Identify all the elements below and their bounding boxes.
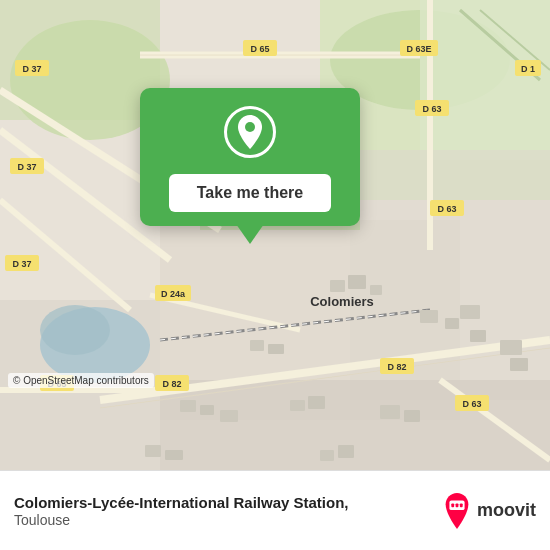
moovit-logo: moovit — [441, 493, 536, 529]
svg-rect-58 — [250, 340, 264, 351]
svg-text:D 82: D 82 — [162, 379, 181, 389]
svg-text:D 63: D 63 — [462, 399, 481, 409]
svg-rect-81 — [460, 503, 463, 507]
svg-rect-68 — [220, 410, 238, 422]
moovit-text: moovit — [477, 500, 536, 521]
svg-rect-5 — [420, 0, 550, 160]
station-name: Colomiers-Lycée-International Railway St… — [14, 493, 441, 513]
location-icon-wrap — [224, 106, 276, 158]
svg-text:D 63: D 63 — [422, 104, 441, 114]
svg-rect-70 — [308, 396, 325, 409]
svg-rect-61 — [445, 318, 459, 329]
svg-text:Colomiers: Colomiers — [310, 294, 374, 309]
svg-text:D 37: D 37 — [12, 259, 31, 269]
svg-rect-74 — [165, 450, 183, 460]
svg-rect-76 — [338, 445, 354, 458]
location-pin-icon — [235, 115, 265, 149]
svg-rect-56 — [348, 275, 366, 289]
svg-rect-62 — [460, 305, 480, 319]
svg-point-77 — [245, 122, 255, 132]
svg-rect-79 — [451, 503, 454, 507]
take-me-there-button[interactable]: Take me there — [169, 174, 331, 212]
location-popup: Take me there — [140, 88, 360, 226]
svg-rect-66 — [180, 400, 196, 412]
svg-rect-73 — [145, 445, 161, 457]
station-info: Colomiers-Lycée-International Railway St… — [14, 493, 441, 529]
svg-rect-63 — [470, 330, 486, 342]
svg-rect-55 — [330, 280, 345, 292]
svg-text:D 37: D 37 — [17, 162, 36, 172]
svg-text:D 63: D 63 — [437, 204, 456, 214]
svg-text:D 65: D 65 — [250, 44, 269, 54]
map-container: D 37 D 37 D 37 D 65 D 63E D 63 D 63 D 1 … — [0, 0, 550, 470]
svg-rect-13 — [160, 380, 550, 470]
svg-rect-60 — [420, 310, 438, 323]
moovit-pin-icon — [441, 493, 473, 529]
svg-rect-64 — [500, 340, 522, 355]
svg-text:D 24a: D 24a — [161, 289, 186, 299]
svg-rect-59 — [268, 344, 284, 354]
svg-rect-80 — [456, 503, 459, 507]
svg-rect-57 — [370, 285, 382, 295]
svg-text:D 82: D 82 — [387, 362, 406, 372]
svg-rect-75 — [320, 450, 334, 461]
svg-text:D 37: D 37 — [22, 64, 41, 74]
svg-rect-69 — [290, 400, 305, 411]
svg-rect-72 — [404, 410, 420, 422]
svg-rect-71 — [380, 405, 400, 419]
bottom-info-bar: Colomiers-Lycée-International Railway St… — [0, 470, 550, 550]
svg-rect-67 — [200, 405, 214, 415]
map-attribution: © OpenStreetMap contributors — [8, 373, 154, 388]
svg-text:D 1: D 1 — [521, 64, 535, 74]
station-city: Toulouse — [14, 512, 441, 528]
svg-text:D 63E: D 63E — [406, 44, 431, 54]
svg-rect-65 — [510, 358, 528, 371]
